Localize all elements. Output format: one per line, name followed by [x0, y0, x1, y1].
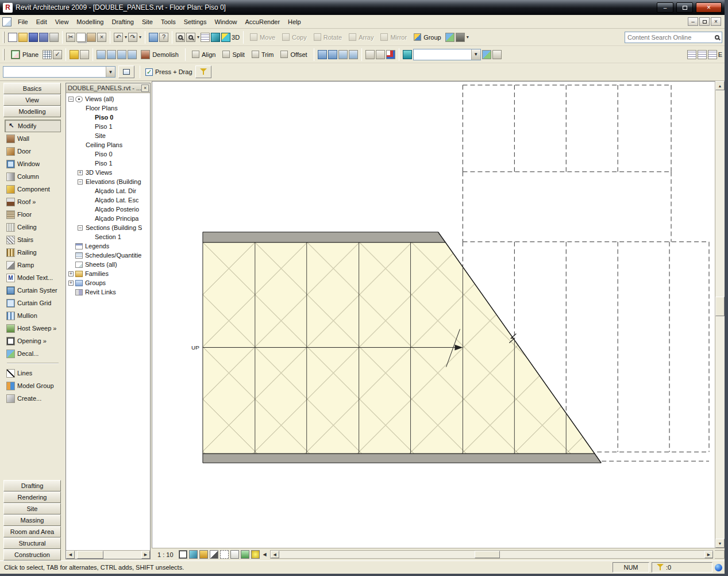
tree-item-sheets-all[interactable]: Sheets (all): [66, 260, 150, 269]
copy-button[interactable]: Copy: [279, 30, 310, 44]
tree-collapse-icon[interactable]: −: [78, 225, 83, 231]
grid-button[interactable]: [43, 50, 52, 59]
tree-item-al-ado-principa[interactable]: Alçado Principa: [66, 214, 150, 223]
thin-lines-button[interactable]: [201, 33, 210, 42]
close-button[interactable]: ×: [696, 2, 722, 13]
attach-top-button[interactable]: [97, 50, 106, 59]
maximize-button[interactable]: [676, 2, 693, 13]
cut-button[interactable]: ✂: [66, 33, 75, 42]
scroll-thumb[interactable]: [715, 297, 725, 316]
tree-item-3d-views[interactable]: +3D Views: [66, 168, 150, 177]
crop-view-icon[interactable]: [220, 550, 229, 559]
redo-dropdown-icon[interactable]: ▾: [139, 34, 141, 40]
scroll-down-icon[interactable]: ▼: [715, 539, 725, 548]
designbar-item-modify[interactable]: ↖Modify: [5, 120, 61, 132]
designbar-item-ceiling[interactable]: Ceiling: [5, 221, 61, 233]
minimize-button[interactable]: –: [657, 2, 673, 13]
designbar-tab-modelling[interactable]: Modelling: [3, 106, 61, 117]
context-help-button[interactable]: ?: [159, 33, 168, 42]
search-icon[interactable]: [715, 35, 719, 40]
crop-region-icon[interactable]: [230, 550, 239, 559]
tree-item-al-ado-lat-dir[interactable]: Alçado Lat. Dir: [66, 186, 150, 195]
graph-button[interactable]: [386, 50, 395, 59]
editing-requests-button[interactable]: [149, 33, 158, 42]
scroll-right-icon[interactable]: ▶: [141, 551, 150, 559]
tree-item-piso-1[interactable]: Piso 1: [66, 122, 150, 131]
menu-item-tools[interactable]: Tools: [157, 16, 180, 28]
design-options-button[interactable]: [403, 50, 412, 59]
toolbar-grip[interactable]: [3, 49, 5, 60]
designbar-item-opening[interactable]: Opening »: [5, 335, 61, 347]
designbar-item-wall[interactable]: Wall: [5, 132, 61, 145]
designbar-item-curtain-grid[interactable]: Curtain Grid: [5, 297, 61, 309]
design-options-select[interactable]: ▼: [413, 49, 481, 60]
menu-item-window[interactable]: Window: [210, 16, 241, 28]
tree-item-piso-1[interactable]: Piso 1: [66, 159, 150, 168]
model-graphics-icon[interactable]: [189, 550, 198, 559]
menu-item-help[interactable]: Help: [284, 16, 305, 28]
tree-item-al-ado-posterio[interactable]: Alçado Posterio: [66, 205, 150, 214]
wall-join-button[interactable]: [318, 50, 327, 59]
copy-clipboard-button[interactable]: [76, 33, 86, 42]
redo-button[interactable]: ↷: [128, 33, 137, 42]
designbar-tab-massing[interactable]: Massing: [3, 514, 61, 526]
canvas-hscrollbar[interactable]: ◀ ▶: [270, 550, 713, 559]
tree-collapse-icon[interactable]: −: [78, 179, 83, 185]
paste-button[interactable]: [87, 33, 96, 42]
match-type-button[interactable]: [80, 50, 89, 59]
mirror-button[interactable]: Mirror: [378, 30, 410, 44]
canvas-vscrollbar[interactable]: ▲ ▼: [715, 81, 725, 548]
press-drag-option[interactable]: Press + Drag: [145, 68, 192, 76]
reveal-hidden-icon[interactable]: [251, 550, 260, 559]
selection-filter-button[interactable]: [195, 66, 211, 78]
designbar-tab-drafting[interactable]: Drafting: [3, 480, 61, 491]
mdi-close-button[interactable]: ×: [711, 17, 721, 26]
undo-button[interactable]: ↶: [114, 33, 123, 42]
align-button[interactable]: Align: [189, 48, 218, 62]
detach-top-button[interactable]: [107, 50, 116, 59]
designbar-item-create[interactable]: Create...: [5, 392, 61, 405]
press-drag-checkbox[interactable]: [145, 68, 153, 76]
tree-item-al-ado-lat-esc[interactable]: Alçado Lat. Esc: [66, 195, 150, 205]
selection-count-cell[interactable]: :0: [652, 562, 712, 573]
menu-item-accurender[interactable]: AccuRender: [241, 16, 284, 28]
demolish-button[interactable]: Demolish: [138, 48, 182, 62]
detach-base-button[interactable]: [128, 50, 137, 59]
view-list-button[interactable]: [708, 50, 717, 59]
designbar-item-mullion[interactable]: Mullion: [5, 309, 61, 322]
sort-list-button[interactable]: [687, 50, 696, 59]
tree-expand-icon[interactable]: +: [78, 170, 83, 175]
add-to-option-set-button[interactable]: [482, 50, 491, 59]
scale-button[interactable]: 1 : 10: [154, 551, 177, 558]
tree-item-families[interactable]: +Families: [66, 269, 150, 278]
mdi-minimize-button[interactable]: –: [688, 17, 698, 26]
designbar-item-curtain-syster[interactable]: Curtain Syster: [5, 284, 61, 297]
designbar-tab-room-and-area[interactable]: Room and Area: [3, 526, 61, 537]
designbar-item-host-sweep[interactable]: Host Sweep »: [5, 322, 61, 335]
show-related-button[interactable]: [445, 33, 454, 42]
undo-dropdown-icon[interactable]: ▾: [125, 34, 127, 40]
menu-item-view[interactable]: View: [51, 16, 73, 28]
menu-item-drafting[interactable]: Drafting: [107, 16, 138, 28]
tree-item-floor-plans[interactable]: Floor Plans: [66, 103, 150, 113]
new-file-button[interactable]: [8, 33, 17, 42]
designbar-tab-view[interactable]: View: [3, 94, 61, 106]
designbar-item-floor[interactable]: Floor: [5, 208, 61, 221]
project-browser-hscrollbar[interactable]: ◀ ▶: [66, 550, 150, 559]
spelling-button[interactable]: ✓: [53, 50, 62, 59]
designbar-item-ramp[interactable]: Ramp: [5, 259, 61, 271]
save-button[interactable]: [29, 33, 38, 42]
pick-option-button[interactable]: [492, 50, 502, 59]
work-plane-button[interactable]: Plane: [8, 48, 41, 62]
shadows-icon[interactable]: [210, 550, 218, 559]
designbar-item-model-group[interactable]: Model Group: [5, 379, 61, 392]
open-file-button[interactable]: [18, 33, 28, 42]
designbar-item-decal[interactable]: Decal...: [5, 347, 61, 360]
designbar-tab-site[interactable]: Site: [3, 503, 61, 514]
project-browser-titlebar[interactable]: DOUBLE_PANELS.rvt - ... ×: [66, 83, 150, 93]
scroll-right-icon[interactable]: ▶: [704, 551, 713, 558]
type-selector[interactable]: ▼: [3, 66, 115, 78]
content-search-input[interactable]: [627, 34, 713, 41]
tree-item-site[interactable]: Site: [66, 131, 150, 140]
menu-item-site[interactable]: Site: [138, 16, 157, 28]
